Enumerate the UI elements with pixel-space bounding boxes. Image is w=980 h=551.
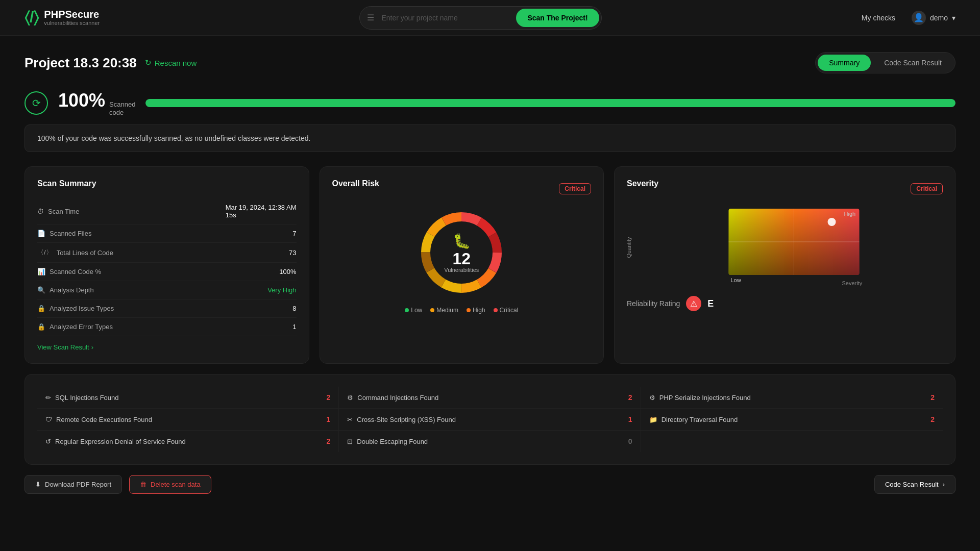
bug-icon: 🐛 — [444, 233, 479, 249]
tab-summary[interactable]: Summary — [818, 55, 871, 71]
summary-row-total-lines: 〈/〉 Total Lines of Code 73 — [37, 243, 297, 263]
bottom-left-buttons: ⬇ Download PDF Report 🗑 Delete scan data — [24, 475, 211, 494]
reliability-rating-value: E — [707, 298, 714, 309]
bottom-bar: ⬇ Download PDF Report 🗑 Delete scan data… — [24, 475, 955, 494]
finding-xss: ✂ Cross-Site Scripting (XSS) Found 1 — [339, 409, 641, 431]
project-name-input[interactable] — [381, 9, 514, 27]
finding-empty — [641, 431, 943, 452]
donut-chart: 🐛 12 Vulnerabilities — [415, 207, 507, 298]
clock-icon: ⏱ — [37, 208, 44, 215]
overall-risk-title: Overall Risk — [332, 179, 380, 188]
scan-summary-card: Scan Summary ⏱ Scan Time Mar 19, 2024, 1… — [24, 166, 309, 364]
user-name: demo — [930, 14, 948, 22]
header: 〈/〉 PHPSecure vulnerabilities scanner ☰ … — [0, 0, 980, 36]
total-lines-value: 73 — [289, 249, 296, 257]
chevron-down-icon: ▾ — [952, 14, 955, 22]
xss-icon: ✂ — [347, 416, 353, 423]
logo-text: PHPSecure vulnerabilities scanner — [44, 9, 100, 26]
user-menu[interactable]: 👤 demo ▾ — [912, 11, 955, 25]
findings-card: ✏ SQL Injections Found 2 ⚙ Command Injec… — [24, 374, 955, 465]
legend-high: High — [467, 307, 485, 314]
severity-card: Severity Critical Quantity — [614, 166, 955, 364]
rescan-button[interactable]: ↻ Rescan now — [145, 58, 197, 67]
progress-bar — [145, 99, 955, 107]
user-avatar-icon: 👤 — [912, 11, 926, 25]
my-checks-link[interactable]: My checks — [862, 14, 895, 22]
scan-button[interactable]: Scan The Project! — [516, 9, 599, 27]
overall-risk-badge: Critical — [559, 183, 591, 194]
rce-icon: 🛡 — [45, 416, 52, 423]
error-types-value: 1 — [292, 323, 296, 331]
analysis-depth-value: Very High — [267, 286, 296, 294]
command-count: 2 — [628, 393, 632, 402]
sql-icon: ✏ — [45, 394, 51, 402]
percent-label: 100% Scanned code — [58, 90, 135, 116]
code-icon: 〈/〉 — [37, 248, 53, 257]
escape-count: 0 — [628, 437, 632, 445]
svg-text:Severity: Severity — [842, 280, 863, 286]
refresh-icon: ↻ — [145, 58, 152, 67]
finding-dir-traversal: 📁 Directory Traversal Found 2 — [641, 409, 943, 431]
download-icon: ⬇ — [35, 481, 41, 488]
page-header: Project 18.3 20:38 ↻ Rescan now Summary … — [24, 52, 955, 73]
logo-sub: vulnerabilities scanner — [44, 20, 100, 26]
donut-inner: 🐛 12 Vulnerabilities — [444, 233, 479, 273]
escape-icon: ⊡ — [347, 438, 353, 445]
svg-text:High: High — [844, 211, 856, 217]
finding-php-serialize: ⚙ PHP Serialize Injections Found 2 — [641, 387, 943, 409]
download-pdf-button[interactable]: ⬇ Download PDF Report — [24, 475, 122, 494]
reliability-row: Reliability Rating ⚠ E — [627, 296, 943, 311]
info-box: 100% of your code was successfully scann… — [24, 124, 955, 152]
svg-text:Low: Low — [731, 277, 741, 283]
scan-progress-icon: ⟳ — [24, 91, 48, 115]
scanned-code-value: 100% — [279, 268, 296, 276]
logo-area: 〈/〉 PHPSecure vulnerabilities scanner — [24, 9, 100, 27]
warning-icon: ⚠ — [686, 296, 701, 311]
search-icon: ☰ — [360, 13, 381, 22]
summary-row-analysis-depth: 🔍 Analysis Depth Very High — [37, 281, 297, 299]
main-content: Project 18.3 20:38 ↻ Rescan now Summary … — [0, 36, 980, 514]
page-title-area: Project 18.3 20:38 ↻ Rescan now — [24, 55, 197, 71]
trash-icon: 🗑 — [140, 481, 146, 488]
files-icon: 📄 — [37, 230, 45, 237]
sql-count: 2 — [327, 393, 331, 402]
summary-row-scanned-code: 📊 Scanned Code % 100% — [37, 263, 297, 281]
delete-scan-button[interactable]: 🗑 Delete scan data — [129, 475, 211, 494]
progress-section: ⟳ 100% Scanned code — [24, 90, 955, 116]
php-icon: ⚙ — [649, 394, 655, 402]
search-area: ☰ Scan The Project! — [359, 6, 601, 30]
nav-right: My checks 👤 demo ▾ — [862, 11, 955, 25]
severity-badge: Critical — [911, 183, 943, 194]
view-scan-result-link[interactable]: View Scan Result › — [37, 343, 297, 351]
summary-row-issue-types: 🔒 Analyzed Issue Types 8 — [37, 299, 297, 318]
code-scan-result-button[interactable]: Code Scan Result › — [874, 475, 955, 494]
vuln-count: 12 — [444, 251, 479, 267]
scanned-code-label: Scanned code — [109, 101, 135, 116]
issue-types-value: 8 — [292, 305, 296, 312]
scan-time-value: Mar 19, 2024, 12:38 AM15s — [226, 204, 297, 219]
rescan-label: Rescan now — [155, 59, 197, 67]
chart-icon: 📊 — [37, 268, 45, 276]
findings-grid: ✏ SQL Injections Found 2 ⚙ Command Injec… — [37, 387, 943, 452]
overall-risk-card: Overall Risk Critical — [320, 166, 604, 364]
legend-low: Low — [405, 307, 422, 314]
percent-number: 100% — [58, 90, 105, 111]
progress-bar-fill — [145, 99, 955, 107]
dir-icon: 📁 — [649, 416, 657, 423]
summary-row-error-types: 🔒 Analyzed Error Types 1 — [37, 318, 297, 336]
finding-regex-dos: ↺ Regular Expression Denial of Service F… — [37, 431, 339, 452]
command-icon: ⚙ — [347, 394, 353, 402]
summary-row-scanned-files: 📄 Scanned Files 7 — [37, 224, 297, 243]
logo-main: PHPSecure — [44, 9, 100, 20]
finding-double-escaping: ⊡ Double Escaping Found 0 — [339, 431, 641, 452]
error-icon: 🔒 — [37, 323, 45, 331]
scanned-files-value: 7 — [292, 230, 296, 237]
arrow-right-icon: › — [943, 481, 945, 488]
search-depth-icon: 🔍 — [37, 286, 45, 294]
dir-count: 2 — [930, 415, 935, 423]
rce-count: 1 — [327, 415, 331, 423]
tab-area: Summary Code Scan Result — [815, 52, 955, 73]
cards-row: Scan Summary ⏱ Scan Time Mar 19, 2024, 1… — [24, 166, 955, 364]
legend-row: Low Medium High Critical — [405, 307, 518, 314]
tab-code-scan[interactable]: Code Scan Result — [873, 55, 953, 71]
